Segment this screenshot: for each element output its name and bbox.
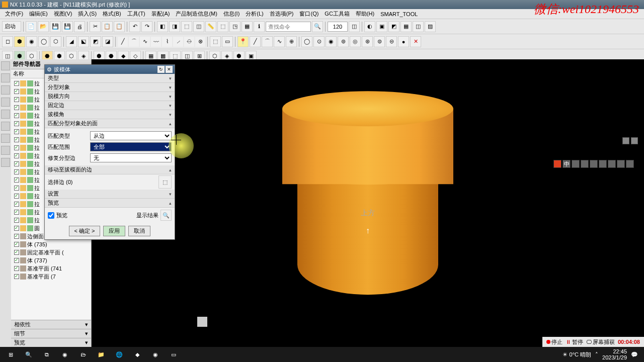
start-dropdown[interactable]: 启动	[2, 21, 21, 32]
select-edge-button[interactable]: ⬚	[158, 175, 172, 189]
circ8-icon[interactable]: ⊝	[386, 36, 397, 47]
app5-icon[interactable]: ▭	[165, 348, 182, 361]
rb-mfg-icon[interactable]	[1, 134, 10, 143]
t2h-icon[interactable]: ╱	[250, 36, 261, 47]
menu-file[interactable]: 文件(F)	[2, 9, 26, 19]
menu-assembly[interactable]: 装配(A)	[148, 9, 173, 19]
sec-fixed-edge[interactable]: 固定边▾	[45, 101, 175, 110]
sec-draft-angle[interactable]: 拔模角▾	[45, 110, 175, 119]
sec-preview[interactable]: 预览▴	[45, 199, 175, 208]
stop-button[interactable]: 停止	[551, 338, 562, 346]
pause-button[interactable]: 暂停	[572, 338, 583, 346]
circ9-icon[interactable]: ●	[398, 36, 409, 47]
extrude-icon[interactable]: ⬢	[14, 36, 25, 47]
menu-info[interactable]: 信息(I)	[220, 9, 243, 19]
viewport-triad-icon[interactable]	[192, 312, 212, 332]
ime-set-icon[interactable]	[617, 160, 625, 168]
menu-format[interactable]: 格式(B)	[100, 9, 124, 19]
sec-parting[interactable]: 分型对象▾	[45, 83, 175, 92]
sec-draw-dir[interactable]: 脱模方向▾	[45, 92, 175, 101]
sketch-icon[interactable]: ◻	[2, 36, 13, 47]
pin-icon[interactable]: 📍	[237, 36, 249, 47]
circ7-icon[interactable]: ⊜	[374, 36, 385, 47]
sec-type[interactable]: 类型▾	[45, 74, 175, 83]
hole-icon[interactable]: ◯	[38, 36, 49, 47]
search-icon[interactable]: 🔍	[312, 21, 323, 32]
menu-pmi[interactable]: 产品制造信息(M)	[173, 9, 220, 19]
circ6-icon[interactable]: ⊛	[362, 36, 373, 47]
tree-row[interactable]: 基准平面 (741	[12, 264, 90, 273]
ime-skin-icon[interactable]	[608, 160, 616, 168]
sec-settings[interactable]: 设置▾	[45, 190, 175, 199]
t2b-icon[interactable]: ◢	[66, 36, 77, 47]
save-icon[interactable]: 💾	[50, 21, 61, 32]
t1f-icon[interactable]: ◳	[229, 21, 240, 32]
menu-tools[interactable]: 工具(T)	[124, 9, 148, 19]
del-icon[interactable]: ✕	[410, 36, 421, 47]
menu-gc[interactable]: GC工具箱	[321, 9, 353, 19]
curve4-icon[interactable]: ⟋	[173, 37, 183, 47]
dialog-reset-icon[interactable]: ↻	[157, 66, 165, 73]
t2f-icon[interactable]: ⬚	[210, 36, 221, 47]
nav-preview[interactable]: 预览▾	[11, 338, 91, 347]
t2d-icon[interactable]: ◩	[90, 36, 101, 47]
paste-icon[interactable]: 📋	[114, 21, 125, 32]
redo-icon[interactable]: ↷	[141, 21, 152, 32]
rb-hist-icon[interactable]	[1, 110, 10, 119]
rb-nav-icon[interactable]	[1, 61, 10, 70]
t1d-icon[interactable]: ◫	[193, 21, 204, 32]
zoom-input[interactable]	[328, 22, 348, 32]
ime-lang[interactable]: 中	[562, 160, 571, 168]
t1l-icon[interactable]: ▨	[425, 21, 436, 32]
cancel-button[interactable]: 取消	[128, 226, 150, 236]
dialog-close-icon[interactable]: ✕	[166, 66, 173, 73]
menu-view[interactable]: 视图(V)	[51, 9, 75, 19]
ime-menu-icon[interactable]	[626, 160, 634, 168]
app1-icon[interactable]: ◉	[56, 348, 73, 361]
menu-edit[interactable]: 编辑(E)	[26, 9, 51, 19]
rb-ie-icon[interactable]	[1, 146, 10, 155]
rb-sim-icon[interactable]	[1, 158, 10, 167]
ime-mic-icon[interactable]	[590, 160, 598, 168]
rb-role-icon[interactable]	[1, 122, 10, 131]
ime-punct-icon[interactable]	[572, 160, 580, 168]
copy-icon[interactable]: 📋	[102, 21, 113, 32]
info-icon[interactable]: ℹ	[254, 21, 265, 32]
t2j-icon[interactable]: ∿	[274, 36, 285, 47]
nav-dep[interactable]: 相依性▾	[11, 320, 91, 329]
circ5-icon[interactable]: ◎	[350, 36, 361, 47]
match-type-select[interactable]: 从边	[90, 131, 172, 140]
t2i-icon[interactable]: ⌒	[262, 36, 273, 47]
t1c-icon[interactable]: ⬚	[181, 21, 192, 32]
t1i-icon[interactable]: ◩	[388, 21, 399, 32]
circ4-icon[interactable]: ⊚	[338, 36, 349, 47]
print-icon[interactable]: 🖨	[74, 21, 85, 32]
ime-kbd-icon[interactable]	[599, 160, 607, 168]
app2-icon[interactable]: 🗁	[74, 348, 92, 361]
revolve-icon[interactable]: ◉	[26, 36, 37, 47]
curve5-icon[interactable]: ⦵	[184, 37, 194, 47]
menu-prefs[interactable]: 首选项(P)	[267, 9, 297, 19]
edge-icon[interactable]: 🌐	[111, 348, 128, 361]
tree-row[interactable]: 固定基准平面 (	[12, 248, 90, 256]
new-icon[interactable]: 📄	[26, 21, 37, 32]
cube-icon[interactable]: ◫	[349, 21, 360, 32]
capture-button[interactable]: 屏幕捕获	[593, 338, 615, 346]
menu-help[interactable]: 帮助(H)	[353, 9, 377, 19]
tree-row[interactable]: 体 (737)	[12, 256, 90, 264]
weather-widget[interactable]: ☀ 0°C 晴朗	[562, 351, 591, 358]
menu-smart[interactable]: SMART_TOOL	[377, 10, 421, 18]
tree-row[interactable]: 体 (735)	[12, 240, 90, 248]
start-button[interactable]: ⊞	[2, 348, 19, 361]
menu-insert[interactable]: 插入(S)	[75, 9, 100, 19]
tray-up-icon[interactable]: ˄	[595, 351, 598, 358]
t2c-icon[interactable]: ⬕	[78, 36, 89, 47]
t1a-icon[interactable]: ◧	[157, 21, 168, 32]
ok-button[interactable]: < 确定 >	[69, 226, 101, 236]
tree-row[interactable]: 基准平面 (7	[12, 273, 90, 281]
t1e-icon[interactable]: ⬚	[217, 21, 228, 32]
sec-match-face[interactable]: 匹配分型对象处的面▴	[45, 119, 175, 128]
t2k-icon[interactable]: ⊕	[286, 36, 297, 47]
open-icon[interactable]: 📂	[38, 21, 49, 32]
rb-reuse-icon[interactable]	[1, 98, 10, 107]
